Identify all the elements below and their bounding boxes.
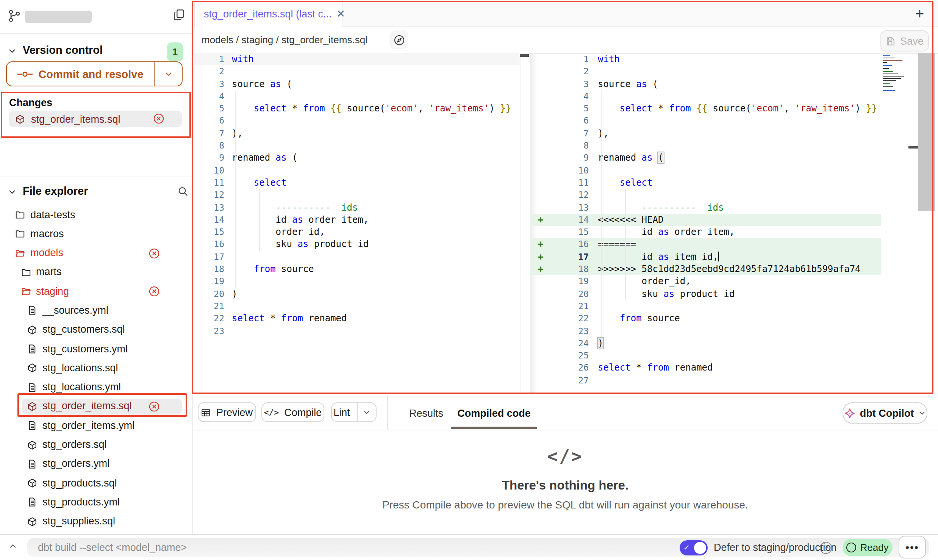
tree-item-stg-supplies-sql[interactable]: stg_supplies.sql	[0, 512, 192, 532]
pane-divider	[520, 54, 521, 394]
code-line: 12	[192, 189, 520, 202]
new-tab-button[interactable]: +	[915, 5, 924, 23]
doc-icon	[27, 497, 37, 507]
divider	[0, 177, 192, 177]
tree-item--sources-yml[interactable]: __sources.yml	[0, 301, 192, 321]
line-number: 23	[558, 325, 589, 337]
copy-files-icon[interactable]	[173, 8, 186, 21]
doc-icon	[27, 306, 37, 316]
code-line: 13 ---------- ids	[192, 201, 520, 214]
code-line: 22 from source	[530, 312, 881, 325]
code-line: 23	[530, 325, 881, 337]
code-line: 9renamed as (	[530, 152, 881, 164]
code-line: 4	[192, 90, 520, 103]
discard-change-icon[interactable]	[153, 113, 164, 124]
line-number: 3	[558, 78, 589, 90]
tab-results[interactable]: Results	[409, 408, 443, 419]
tree-item-stg-locations-yml[interactable]: stg_locations.yml	[0, 378, 192, 397]
commit-button-label: Commit and resolve	[38, 68, 143, 80]
explore-lineage-icon[interactable]	[389, 30, 408, 49]
tree-item-staging[interactable]: staging	[0, 282, 192, 301]
line-number: 12	[195, 189, 224, 202]
model-icon	[27, 517, 37, 527]
tree-item-macros[interactable]: macros	[0, 225, 192, 244]
more-options-button[interactable]: •••	[899, 536, 926, 558]
file-tree: data-testsmacrosmodelsmartsstaging__sour…	[0, 205, 192, 531]
scrollbar-thumb[interactable]	[520, 54, 529, 56]
code-glyph: </>	[192, 446, 938, 466]
command-input[interactable]: dbt build --select <model_name> ✓ Defer …	[27, 538, 929, 557]
code-line: 12	[530, 189, 881, 202]
tab-stg-order-items[interactable]: stg_order_items.sql (last c... ✕	[194, 0, 342, 27]
tree-item-label: stg_orders.yml	[42, 458, 109, 469]
tree-item-stg-products-sql[interactable]: stg_products.sql	[0, 474, 192, 493]
sidebar-header	[0, 0, 192, 34]
tree-item-stg-orders-yml[interactable]: stg_orders.yml	[0, 455, 192, 474]
code-line: 21	[530, 300, 881, 313]
git-branch-icon[interactable]	[8, 9, 21, 23]
indent-guide	[601, 90, 602, 337]
ready-status-badge[interactable]: Ready	[843, 539, 893, 556]
code-line: 11 select	[530, 177, 881, 189]
line-number: 17	[558, 251, 589, 263]
tab-compiled-code[interactable]: Compiled code	[451, 408, 537, 419]
changed-file-item[interactable]: stg_order_items.sql	[9, 111, 182, 127]
code-line: 1with	[192, 53, 520, 66]
line-number: 16	[195, 238, 224, 251]
tree-item-stg-customers-sql[interactable]: stg_customers.sql	[0, 321, 192, 340]
commit-and-resolve-button[interactable]: Commit and resolve	[6, 61, 183, 86]
doc-icon	[27, 382, 37, 392]
preview-label: Preview	[216, 407, 253, 418]
file-explorer-section[interactable]: File explorer	[0, 182, 192, 202]
tree-item-stg-orders-sql[interactable]: stg_orders.sql	[0, 435, 192, 455]
line-number: 5	[195, 102, 224, 115]
line-number: 7	[195, 127, 224, 140]
search-icon[interactable]	[177, 186, 189, 197]
tree-item-label: stg_locations.sql	[42, 362, 118, 374]
version-control-section[interactable]: Version control 1	[0, 42, 192, 62]
doc-icon	[27, 344, 37, 354]
minimap[interactable]	[883, 55, 907, 104]
tree-item-stg-order-items-yml[interactable]: stg_order_items.yml	[0, 416, 192, 436]
help-icon[interactable]: ?	[820, 542, 832, 554]
tree-item-stg-locations-sql[interactable]: stg_locations.sql	[0, 359, 192, 378]
folder-icon	[21, 267, 31, 277]
line-number: 20	[195, 288, 224, 300]
code-line: 18 from source	[192, 263, 520, 275]
tree-item-models[interactable]: models	[0, 244, 192, 263]
diff-added-marker: +	[538, 263, 543, 275]
diff-added-marker: +	[538, 214, 543, 226]
tree-item-stg-customers-yml[interactable]: stg_customers.yml	[0, 339, 192, 359]
defer-toggle[interactable]: ✓	[680, 540, 708, 555]
branch-name-redacted[interactable]	[25, 11, 92, 23]
code-line: +18>>>>>>> 58c1dd23d5eebd9cd2495fa7124ab…	[530, 263, 881, 275]
dbt-copilot-button[interactable]: dbt Copilot	[843, 402, 927, 424]
save-button[interactable]: Save	[880, 30, 929, 52]
tree-item-stg-products-yml[interactable]: stg_products.yml	[0, 493, 192, 512]
line-number: 10	[195, 164, 224, 177]
editor-scrollbar[interactable]	[918, 53, 935, 211]
close-icon[interactable]: ✕	[336, 8, 345, 20]
code-pane-conflict[interactable]: 1with23source as (45 select * from {{ so…	[530, 53, 881, 386]
tree-item-label: stg_customers.sql	[42, 324, 125, 335]
tree-item-marts[interactable]: marts	[0, 263, 192, 282]
line-number: 11	[195, 177, 224, 189]
divider	[387, 396, 388, 430]
tree-item-data-tests[interactable]: data-tests	[0, 205, 192, 225]
discard-change-icon[interactable]	[149, 401, 160, 412]
expand-caret-icon[interactable]	[8, 542, 17, 551]
discard-change-icon[interactable]	[149, 286, 160, 297]
line-number: 4	[558, 90, 589, 103]
lint-dropdown-button[interactable]	[357, 403, 376, 421]
compile-button[interactable]: </> Compile	[261, 402, 324, 422]
line-number: 14	[558, 214, 589, 226]
lint-button[interactable]: Lint	[331, 402, 377, 422]
discard-change-icon[interactable]	[149, 247, 160, 259]
tree-item-stg-order-items-sql[interactable]: stg_order_items.sql	[0, 397, 192, 416]
changes-heading: Changes	[9, 97, 52, 108]
commit-dropdown-button[interactable]	[154, 62, 182, 86]
preview-button[interactable]: Preview	[198, 402, 256, 422]
tree-item-label: stg_supplies.sql	[42, 516, 115, 527]
line-number: 6	[195, 115, 224, 127]
code-pane-working[interactable]: 1with23source as (45 select * from {{ so…	[192, 53, 520, 337]
